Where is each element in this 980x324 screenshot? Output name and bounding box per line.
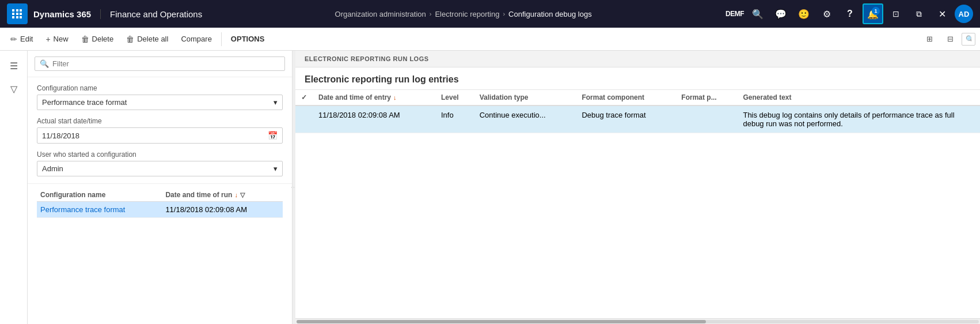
breadcrumb-current: Configuration debug logs: [508, 10, 592, 18]
toolbar-search-input[interactable]: [962, 33, 975, 46]
edit-icon: ✏: [10, 35, 17, 44]
log-row-format-p: [675, 106, 737, 133]
new-button[interactable]: + New: [40, 32, 74, 47]
log-entries-title: Electronic reporting run log entries: [295, 67, 980, 90]
nav-expand[interactable]: ⊡: [886, 3, 906, 24]
col-config-name-header[interactable]: Configuration name: [37, 189, 162, 202]
log-date-sort-icon: ↓: [393, 94, 397, 101]
user-label: User who started a configuration: [37, 150, 283, 159]
nav-search[interactable]: 🔍: [747, 3, 768, 24]
table-row[interactable]: Performance trace format 11/18/2018 02:0…: [37, 202, 283, 218]
col-format-p[interactable]: Format p...: [675, 90, 737, 106]
left-form: Configuration name Performance trace for…: [28, 77, 292, 184]
right-panel: ELECTRONIC REPORTING RUN LOGS Electronic…: [295, 51, 980, 324]
col-generated-text[interactable]: Generated text: [737, 90, 980, 106]
nav-user-avatar[interactable]: AD: [955, 5, 973, 23]
col-date-time[interactable]: Date and time of entry ↓: [313, 90, 435, 106]
log-table-wrap: ✓ Date and time of entry ↓ Level Validat…: [295, 90, 980, 318]
user-chevron: ▾: [274, 164, 278, 173]
col-check: ✓: [295, 90, 313, 106]
hamburger-menu-icon[interactable]: ☰: [3, 55, 24, 76]
breadcrumb: Organization administration › Electronic…: [202, 10, 724, 18]
breadcrumb-er[interactable]: Electronic reporting: [435, 10, 499, 18]
left-table: Configuration name Date and time of run …: [37, 189, 283, 218]
filter-input-wrap: 🔍: [35, 56, 285, 71]
compare-label: Compare: [181, 35, 211, 43]
col-format-component[interactable]: Format component: [576, 90, 675, 106]
left-table-section: Configuration name Date and time of run …: [28, 184, 292, 324]
col-level[interactable]: Level: [435, 90, 474, 106]
calendar-icon[interactable]: 📅: [268, 131, 278, 140]
app-grid-icon: [12, 9, 22, 18]
log-table-row[interactable]: 11/18/2018 02:09:08 AM Info Continue exe…: [295, 106, 980, 133]
horizontal-scrollbar[interactable]: [295, 318, 980, 324]
edit-label: Edit: [20, 35, 33, 43]
new-label: New: [54, 35, 69, 43]
log-row-datetime: 11/18/2018 02:09:08 AM: [313, 106, 435, 133]
delete-all-button[interactable]: 🗑 Delete all: [120, 32, 174, 47]
start-date-group: Actual start date/time 📅: [37, 117, 283, 144]
filter-bar: 🔍: [28, 51, 292, 77]
start-date-label: Actual start date/time: [37, 117, 283, 125]
section-header: ELECTRONIC REPORTING RUN LOGS: [295, 51, 980, 67]
delete-label: Delete: [92, 35, 114, 43]
log-row-level: Info: [435, 106, 474, 133]
breadcrumb-sep-2: ›: [503, 10, 505, 17]
col-date-run-header[interactable]: Date and time of run ↓ ▽: [162, 189, 283, 202]
log-row-check: [295, 106, 313, 133]
nav-notification[interactable]: 🔔 1: [863, 3, 883, 24]
filter-rail-icon[interactable]: ▽: [3, 78, 24, 99]
left-panel: 🔍 Configuration name Performance trace f…: [28, 51, 293, 324]
user-group: User who started a configuration Admin ▾: [37, 150, 283, 176]
date-run-sort-icon: ↓: [234, 191, 238, 198]
app-grid-button[interactable]: [7, 3, 28, 24]
nav-close[interactable]: ✕: [932, 3, 952, 24]
date-run-filter-icon[interactable]: ▽: [240, 191, 245, 199]
config-name-select[interactable]: Performance trace format ▾: [37, 95, 283, 110]
nav-settings[interactable]: ⚙: [816, 3, 837, 24]
col-validation-type[interactable]: Validation type: [474, 90, 576, 106]
start-date-input[interactable]: [42, 131, 266, 140]
delete-all-label: Delete all: [137, 35, 168, 43]
config-name-label: Configuration name: [37, 84, 283, 92]
nav-message[interactable]: 💬: [770, 3, 791, 24]
top-nav: Dynamics 365 Finance and Operations Orga…: [0, 0, 980, 28]
toolbar-right-actions: ⊞ ⊟: [920, 30, 975, 48]
nav-popout[interactable]: ⧉: [909, 3, 929, 24]
breadcrumb-sep-1: ›: [430, 10, 432, 17]
user-value: Admin: [42, 164, 63, 173]
notification-badge: 1: [872, 7, 880, 15]
breadcrumb-org[interactable]: Organization administration: [335, 10, 426, 18]
nav-demf[interactable]: DEMF: [724, 3, 745, 24]
config-name-group: Configuration name Performance trace for…: [37, 84, 283, 110]
compare-button[interactable]: Compare: [175, 32, 217, 46]
nav-icons: DEMF 🔍 💬 🙂 ⚙ ? 🔔 1 ⊡ ⧉ ✕ AD: [724, 3, 973, 24]
scrollbar-track: [297, 320, 979, 323]
config-name-value: Performance trace format: [42, 98, 127, 107]
start-date-wrap: 📅: [37, 127, 283, 144]
product-name: Dynamics 365: [33, 9, 101, 19]
toolbar: ✏ Edit + New 🗑 Delete 🗑 Delete all Compa…: [0, 28, 980, 51]
log-row-generated-text: This debug log contains only details of …: [737, 106, 980, 133]
new-icon: +: [45, 35, 50, 44]
log-row-validation-type: Continue executio...: [474, 106, 576, 133]
log-row-format-component: Debug trace format: [576, 106, 675, 133]
delete-button[interactable]: 🗑 Delete: [75, 32, 120, 47]
nav-help[interactable]: ?: [840, 3, 860, 24]
app-name: Finance and Operations: [110, 9, 202, 19]
office-icon[interactable]: ⊟: [941, 30, 959, 48]
nav-emoji[interactable]: 🙂: [793, 3, 814, 24]
row-date-run: 11/18/2018 02:09:08 AM: [162, 202, 283, 218]
delete-icon: 🗑: [81, 35, 89, 44]
delete-all-icon: 🗑: [126, 35, 134, 44]
edit-button[interactable]: ✏ Edit: [5, 32, 39, 47]
toolbar-separator: [221, 32, 222, 46]
filter-input[interactable]: [52, 59, 280, 68]
main-layout: ☰ ▽ 🔍 Configuration name Performance tra…: [0, 51, 980, 324]
options-button[interactable]: OPTIONS: [225, 32, 271, 46]
config-name-chevron: ▾: [274, 98, 278, 107]
personalize-icon[interactable]: ⊞: [920, 30, 939, 48]
user-select[interactable]: Admin ▾: [37, 161, 283, 176]
log-table: ✓ Date and time of entry ↓ Level Validat…: [295, 90, 980, 133]
row-config-name[interactable]: Performance trace format: [37, 202, 162, 218]
